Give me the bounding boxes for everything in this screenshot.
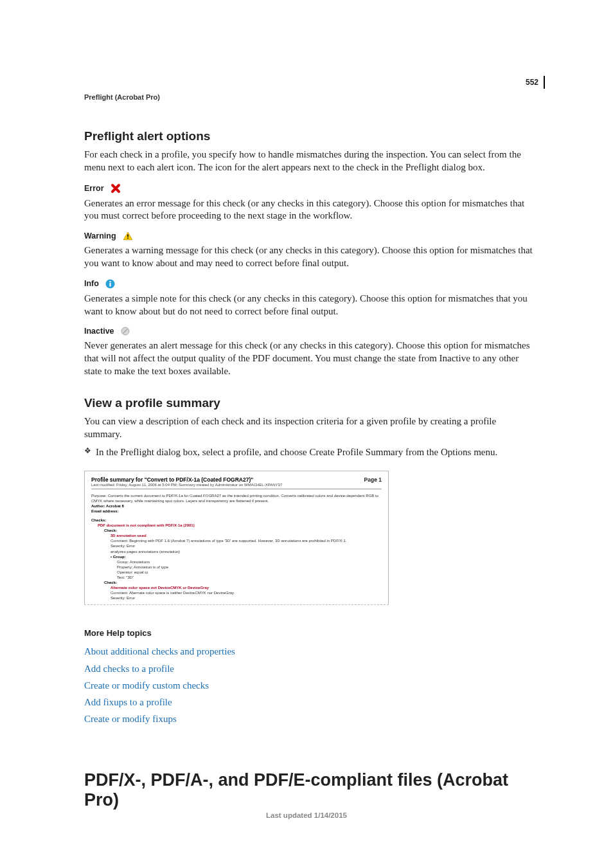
option-info-row: Info bbox=[84, 279, 534, 289]
option-inactive-desc: Never generates an alert message for thi… bbox=[84, 339, 534, 377]
help-link-add-fixups[interactable]: Add fixups to a profile bbox=[84, 694, 534, 710]
figure-text-3d: Text: "3D" bbox=[91, 575, 382, 580]
figure-severity-1: Severity: Error bbox=[91, 543, 382, 548]
figure-alt-color: Alternate color space not DeviceCMYK or … bbox=[91, 585, 382, 590]
page-content: Preflight (Acrobat Pro) Preflight alert … bbox=[84, 93, 534, 810]
figure-group-label: • Group: bbox=[91, 554, 382, 559]
figure-3d-annotation: 3D annotation used bbox=[91, 533, 382, 538]
help-link-modify-fixups[interactable]: Create or modify fixups bbox=[84, 710, 534, 727]
figure-pdf-not-compliant: PDF document is not compliant with PDF/X… bbox=[91, 523, 382, 528]
running-head: Preflight (Acrobat Pro) bbox=[84, 93, 534, 101]
help-link-additional-checks[interactable]: About additional checks and properties bbox=[84, 643, 534, 660]
svg-rect-2 bbox=[127, 238, 129, 239]
heading-view-profile-summary: View a profile summary bbox=[84, 396, 534, 410]
figure-alt-comment: Comment: Alternate color space is neithe… bbox=[91, 590, 382, 595]
page-number-wrap: 552 bbox=[526, 76, 545, 89]
more-help-heading: More Help topics bbox=[84, 628, 534, 638]
option-warning-label: Warning bbox=[84, 231, 116, 240]
view-profile-intro: You can view a description of each check… bbox=[84, 415, 534, 441]
figure-severity-2: Severity: Error bbox=[91, 595, 382, 601]
option-error-row: Error bbox=[84, 183, 534, 194]
figure-page: Page 1 bbox=[364, 476, 382, 483]
option-error-desc: Generates an error message for this chec… bbox=[84, 197, 534, 223]
option-error-label: Error bbox=[84, 184, 104, 193]
error-icon bbox=[111, 183, 121, 194]
svg-rect-1 bbox=[127, 235, 129, 237]
profile-summary-figure: Profile summary for "Convert to PDF/X-1a… bbox=[84, 471, 389, 606]
figure-title: Profile summary for "Convert to PDF/X-1a… bbox=[91, 476, 253, 483]
svg-rect-5 bbox=[109, 283, 111, 287]
option-inactive-row: Inactive bbox=[84, 327, 534, 336]
svg-rect-4 bbox=[109, 281, 111, 282]
figure-group-annotations: Group: Annotations bbox=[91, 559, 382, 565]
warning-icon bbox=[123, 231, 133, 240]
figure-check-label-2: Check: bbox=[91, 580, 382, 585]
option-warning-row: Warning bbox=[84, 231, 534, 240]
figure-checks-label: Checks: bbox=[91, 518, 382, 523]
page-number: 552 bbox=[526, 78, 538, 87]
figure-operator: Operator: equal to bbox=[91, 570, 382, 575]
help-link-custom-checks[interactable]: Create or modify custom checks bbox=[84, 677, 534, 694]
figure-email: Email address: bbox=[91, 509, 382, 514]
heading-preflight-alert-options: Preflight alert options bbox=[84, 129, 534, 143]
option-info-label: Info bbox=[84, 279, 99, 288]
figure-property: Property: Annotation is of type bbox=[91, 565, 382, 570]
help-link-add-checks[interactable]: Add checks to a profile bbox=[84, 660, 534, 677]
figure-purpose: Purpose: Converts the current document t… bbox=[91, 493, 382, 503]
intro-paragraph: For each check in a profile, you specify… bbox=[84, 149, 534, 174]
option-inactive-label: Inactive bbox=[84, 327, 114, 336]
view-profile-steps: In the Preflight dialog box, select a pr… bbox=[84, 446, 534, 458]
figure-subtitle: Last modified: Friday, August 11, 2006 a… bbox=[91, 483, 382, 489]
figure-author: Author: Acrobat 8 bbox=[91, 503, 382, 509]
figure-3d-comment: Comment: Beginning with PDF 1.6 (Acrobat… bbox=[91, 538, 382, 543]
option-info-desc: Generates a simple note for this check (… bbox=[84, 293, 534, 318]
footer-last-updated: Last updated 1/14/2015 bbox=[0, 811, 613, 819]
figure-analyzes: analyzes pages annotations (annotation) bbox=[91, 549, 382, 554]
figure-check-label-1: Check: bbox=[91, 528, 382, 533]
option-warning-desc: Generates a warning message for this che… bbox=[84, 244, 534, 270]
view-profile-step: In the Preflight dialog box, select a pr… bbox=[84, 446, 534, 458]
inactive-icon bbox=[121, 327, 130, 336]
heading-pdfx-pdfa-pdfe: PDF/X-, PDF/A-, and PDF/E-compliant file… bbox=[84, 770, 534, 810]
info-icon bbox=[105, 279, 115, 289]
